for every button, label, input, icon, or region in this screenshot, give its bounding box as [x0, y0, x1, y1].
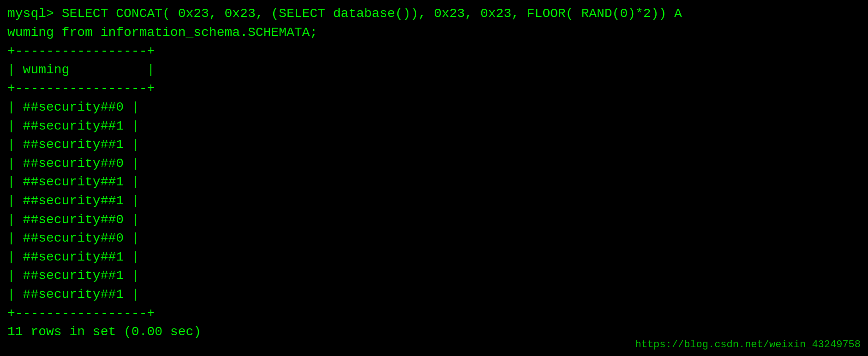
table-row: | ##security##1 | [7, 248, 861, 267]
table-row: | ##security##0 | [7, 154, 861, 173]
divider-top: +-----------------+ [7, 42, 861, 61]
prompt: mysql> [7, 6, 62, 21]
table-row: | ##security##1 | [7, 173, 861, 192]
table-header: | wuming | [7, 61, 861, 80]
table-row: | ##security##1 | [7, 192, 861, 211]
table-row: | ##security##1 | [7, 285, 861, 304]
table-row: | ##security##0 | [7, 211, 861, 230]
terminal-window: mysql> SELECT CONCAT( 0x23, 0x23, (SELEC… [7, 5, 861, 356]
table-row: | ##security##0 | [7, 98, 861, 117]
query-line-1: mysql> SELECT CONCAT( 0x23, 0x23, (SELEC… [7, 5, 861, 24]
table-row: | ##security##1 | [7, 117, 861, 136]
table-rows: | ##security##0 || ##security##1 || ##se… [7, 98, 861, 304]
table-row: | ##security##0 | [7, 229, 861, 248]
table-row: | ##security##1 | [7, 267, 861, 285]
divider-mid: +-----------------+ [7, 79, 861, 98]
watermark: https://blog.csdn.net/weixin_43249758 [635, 339, 861, 350]
table-row: | ##security##1 | [7, 136, 861, 154]
divider-bottom: +-----------------+ [7, 304, 861, 323]
query-line-2: wuming from information_schema.SCHEMATA; [7, 24, 861, 42]
